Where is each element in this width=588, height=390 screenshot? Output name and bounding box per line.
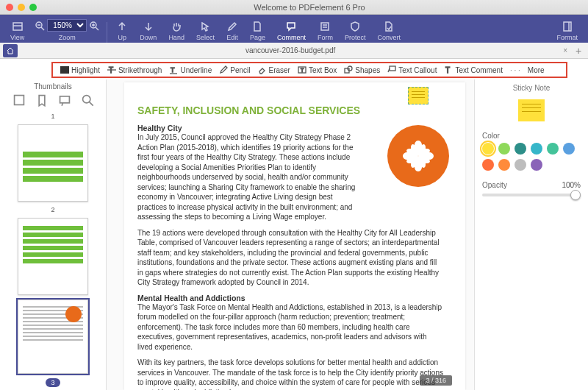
opacity-value: 100%	[562, 181, 581, 189]
window-titlebar: Welcome to PDFelement 6 Pro	[0, 0, 588, 15]
sticky-note-preview	[518, 99, 545, 121]
format-tool[interactable]: Format	[551, 19, 584, 43]
callout-label: Text Callout	[398, 66, 437, 74]
svg-rect-12	[564, 22, 571, 31]
search-tab[interactable]	[81, 95, 94, 105]
format-icon	[562, 21, 573, 32]
strikethrough-label: Strikethrough	[118, 66, 162, 74]
highlight-icon	[60, 66, 69, 74]
convert-tool[interactable]: Convert	[371, 19, 406, 43]
svg-rect-0	[13, 23, 22, 30]
textcomment-icon: T	[444, 65, 453, 74]
window-controls	[6, 4, 37, 11]
form-tool[interactable]: Form	[312, 19, 339, 43]
subheading-healthy-city: Healthy City	[137, 124, 443, 132]
svg-rect-25	[60, 96, 69, 103]
svg-line-27	[89, 102, 93, 106]
eraser-tool[interactable]: Eraser	[257, 65, 290, 74]
section-heading: SAFETY, INCLUSION AND SOCIAL SERVICES	[137, 104, 443, 116]
svg-text:T: T	[301, 68, 304, 73]
color-swatch[interactable]	[482, 159, 494, 171]
color-swatch[interactable]	[547, 143, 559, 155]
zoom-in-icon[interactable]	[89, 21, 99, 31]
document-tabbar: vancouver-2016-budget.pdf × +	[0, 43, 588, 59]
more-ellipsis: · · ·	[510, 66, 520, 74]
more-label: More	[528, 66, 545, 74]
color-swatch[interactable]	[531, 143, 542, 155]
arrow-up-icon	[116, 21, 128, 32]
page-icon	[251, 21, 263, 32]
zoom-label: Zoom	[59, 34, 76, 41]
down-tool[interactable]: Down	[134, 19, 162, 43]
close-tab-button[interactable]: ×	[559, 46, 572, 54]
minimize-window-button[interactable]	[18, 4, 25, 11]
up-tool[interactable]: Up	[110, 19, 134, 43]
textcomment-tool[interactable]: TText Comment	[444, 65, 502, 74]
svg-text:T: T	[171, 66, 175, 74]
edit-label: Edit	[226, 34, 238, 41]
page-tool[interactable]: Page	[244, 19, 271, 43]
new-tab-button[interactable]: +	[572, 45, 585, 57]
hand-label: Hand	[168, 34, 184, 41]
thumbnails-tab[interactable]	[12, 95, 26, 105]
svg-rect-24	[14, 96, 24, 105]
paragraph-4: With its key partners, the task force de…	[137, 358, 443, 390]
strikethrough-tool[interactable]: TStrikethrough	[107, 65, 162, 74]
convert-label: Convert	[377, 34, 401, 41]
down-label: Down	[140, 34, 157, 41]
home-tab[interactable]	[3, 44, 18, 57]
zoom-out-icon[interactable]	[35, 21, 45, 31]
view-tool[interactable]: View	[4, 19, 30, 43]
color-swatch[interactable]	[514, 159, 526, 171]
color-swatch[interactable]	[514, 143, 526, 155]
document-viewport[interactable]: SAFETY, INCLUSION AND SOCIAL SERVICES He…	[107, 79, 474, 390]
slider-knob[interactable]	[570, 190, 581, 200]
zoom-control[interactable]: 150% Zoom	[30, 18, 104, 43]
thumbnail-page-2[interactable]	[18, 218, 88, 295]
textcomment-label: Text Comment	[455, 66, 502, 74]
color-swatch[interactable]	[498, 143, 510, 155]
opacity-slider[interactable]	[482, 194, 581, 196]
pencil-label: Pencil	[230, 66, 250, 74]
sticky-note-annotation[interactable]	[408, 87, 429, 104]
arrow-down-icon	[143, 21, 154, 32]
view-icon	[12, 21, 24, 32]
color-swatch[interactable]	[563, 143, 575, 155]
zoom-select[interactable]: 150%	[47, 19, 87, 32]
highlight-tool[interactable]: Highlight	[60, 66, 100, 74]
pencil-tool[interactable]: Pencil	[219, 65, 250, 74]
underline-tool[interactable]: TUnderline	[169, 65, 212, 74]
close-window-button[interactable]	[6, 4, 13, 11]
document-tab[interactable]: vancouver-2016-budget.pdf	[22, 46, 559, 54]
underline-label: Underline	[180, 66, 212, 74]
page-label: Page	[250, 34, 265, 41]
form-label: Form	[318, 34, 333, 41]
color-swatch[interactable]	[482, 143, 494, 155]
protect-tool[interactable]: Protect	[339, 19, 372, 43]
hand-tool[interactable]: Hand	[162, 19, 190, 43]
select-label: Select	[196, 34, 215, 41]
select-tool[interactable]: Select	[190, 19, 220, 43]
shapes-tool[interactable]: Shapes	[344, 65, 380, 74]
textbox-icon: T	[298, 65, 306, 74]
annotations-tab[interactable]	[58, 95, 71, 105]
color-swatches	[482, 143, 581, 171]
color-swatch[interactable]	[531, 159, 542, 171]
opacity-label: Opacity	[482, 181, 507, 189]
comment-tool[interactable]: Comment	[271, 19, 312, 43]
thumb-number-3: 3	[46, 378, 60, 387]
color-swatch[interactable]	[498, 159, 510, 171]
view-label: View	[10, 34, 24, 41]
callout-tool[interactable]: Text Callout	[387, 65, 437, 74]
thumbnail-page-3[interactable]	[18, 299, 88, 374]
textbox-tool[interactable]: TText Box	[298, 65, 337, 74]
form-icon	[319, 21, 331, 32]
edit-tool[interactable]: Edit	[220, 19, 244, 43]
more-tools[interactable]: More	[528, 66, 545, 74]
zoom-window-button[interactable]	[29, 4, 37, 11]
svg-rect-9	[321, 23, 329, 30]
format-label: Format	[556, 34, 578, 41]
thumbnail-page-1[interactable]	[18, 124, 88, 202]
bookmarks-tab[interactable]	[35, 95, 49, 105]
svg-line-6	[96, 27, 98, 30]
